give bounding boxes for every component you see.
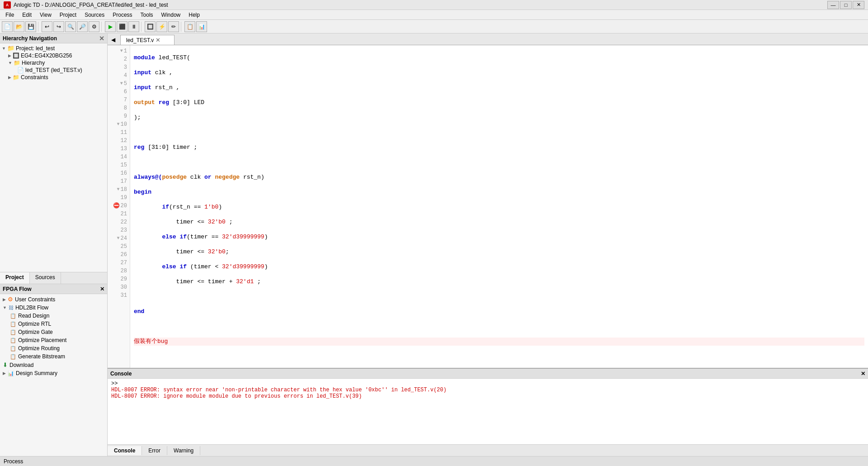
hierarchy-tri: ▼ — [8, 61, 12, 65]
code-line-16: timer <= timer + 32'd1 ; — [134, 278, 864, 286]
flow-optimize-placement[interactable]: 📋 Optimize Placement — [1, 336, 106, 344]
flow-design-summary[interactable]: ▶ 📊 Design Summary — [1, 369, 106, 377]
ln-27: 27 — [108, 259, 130, 267]
console-header: Console ✕ — [108, 369, 868, 379]
tree-hierarchy[interactable]: ▼ 📁 Hierarchy — [1, 59, 106, 67]
design-summary-tri: ▶ — [3, 371, 6, 376]
tab-scroll-left[interactable]: ◀ — [108, 35, 118, 45]
ln-28: 28 — [108, 267, 130, 275]
tb-pause[interactable]: ⏸ — [128, 21, 139, 32]
menu-sources[interactable]: Sources — [81, 11, 108, 19]
code-content[interactable]: module led_TEST( input clk , input rst_n… — [130, 45, 868, 368]
menu-tools[interactable]: Tools — [137, 11, 157, 19]
code-line-20: 假装有个bug — [134, 338, 864, 346]
console-content[interactable]: >> HDL-8007 ERROR: syntax error near 'no… — [108, 379, 868, 444]
tb-find[interactable]: 🔍 — [65, 21, 76, 32]
hierarchy-nav-close[interactable]: ✕ — [99, 35, 104, 42]
fold-5[interactable]: ▼ — [120, 80, 123, 88]
fold-1[interactable]: ▼ — [120, 47, 123, 55]
tb-find2[interactable]: 🔎 — [77, 21, 88, 32]
tab-sources[interactable]: Sources — [30, 272, 61, 284]
menu-window[interactable]: Window — [158, 11, 184, 19]
ln-17: 17 — [108, 177, 130, 185]
flow-download[interactable]: ⬇ Download — [1, 361, 106, 369]
code-line-19 — [134, 323, 864, 331]
toolbar: 📄 📂 💾 ↩ ↪ 🔍 🔎 ⚙ ▶ ⬛ ⏸ 🔲 ⚡ ✏ 📋 📊 — [0, 20, 868, 33]
ln-3: 3 — [108, 63, 130, 71]
project-folder-icon: 📁 — [7, 45, 14, 52]
menu-edit[interactable]: Edit — [19, 11, 35, 19]
tree-project[interactable]: ▼ 📁 Project: led_test — [1, 44, 106, 52]
fpga-flow-close[interactable]: ✕ — [100, 286, 104, 292]
fold-24[interactable]: ▼ — [117, 234, 120, 243]
tb-extra2[interactable]: 📊 — [196, 21, 207, 32]
editor-tab-led-test[interactable]: led_TEST.v ✕ — [120, 35, 175, 45]
ln-23: 23 — [108, 226, 130, 234]
ln-9: 9 — [108, 112, 130, 120]
menu-file[interactable]: File — [2, 11, 18, 19]
flow-user-constraints[interactable]: ▶ ⚙ User Constraints — [1, 295, 106, 304]
app-logo: A — [4, 1, 11, 9]
flow-optimize-routing[interactable]: 📋 Optimize Routing — [1, 344, 106, 352]
hierarchy-nav-header: Hierarchy Navigation ✕ — [0, 33, 107, 43]
tb-chip[interactable]: 🔲 — [145, 21, 156, 32]
chip-label: EG4::EG4X20BG256 — [21, 52, 72, 59]
download-label: Download — [9, 362, 33, 368]
line-numbers: ▼1 2 3 4 ▼5 6 7 8 9 ▼10 11 12 13 14 15 1… — [108, 45, 130, 368]
tb-new[interactable]: 📄 — [2, 21, 13, 32]
ln-22: 22 — [108, 218, 130, 226]
code-editor[interactable]: ▼1 2 3 4 ▼5 6 7 8 9 ▼10 11 12 13 14 15 1… — [108, 45, 868, 368]
console-tab-warning[interactable]: Warning — [167, 446, 200, 455]
minimize-button[interactable]: — — [827, 1, 839, 9]
console-close[interactable]: ✕ — [861, 371, 865, 377]
tb-edit[interactable]: ✏ — [168, 21, 179, 32]
tb-open[interactable]: 📂 — [14, 21, 24, 32]
menu-view[interactable]: View — [36, 11, 55, 19]
code-line-18: end — [134, 308, 864, 316]
tb-save[interactable]: 💾 — [25, 21, 36, 32]
ln-14: 14 — [108, 153, 130, 161]
status-bar: Process — [0, 456, 868, 466]
title-text: Anlogic TD - D:/ANLOGIC_FPGA_CREAT/led/l… — [14, 2, 168, 8]
ln-6: 6 — [108, 88, 130, 96]
tree-constraints[interactable]: ▶ 📁 Constraints — [1, 74, 106, 81]
code-line-17 — [134, 293, 864, 301]
tab-project[interactable]: Project — [0, 272, 30, 284]
menu-help[interactable]: Help — [185, 11, 203, 19]
tb-flash[interactable]: ⚡ — [156, 21, 167, 32]
tb-run[interactable]: ▶ — [105, 21, 116, 32]
maximize-button[interactable]: □ — [840, 1, 852, 9]
tree-led-test-file[interactable]: 📄 led_TEST (led_TEST.v) — [1, 67, 106, 74]
fpga-flow-panel: FPGA Flow ✕ ▶ ⚙ User Constraints ▼ ⛓ HDL… — [0, 284, 107, 456]
flow-read-design[interactable]: 📋 Read Design — [1, 312, 106, 320]
ln-1: ▼1 — [108, 47, 130, 55]
ln-19: 19 — [108, 194, 130, 202]
tb-extra[interactable]: 📋 — [184, 21, 195, 32]
tb-stop[interactable]: ⬛ — [117, 21, 127, 32]
hierarchy-tree: ▼ 📁 Project: led_test ▶ 🔲 EG4::EG4X20BG2… — [0, 43, 107, 272]
editor-tab-close[interactable]: ✕ — [156, 37, 160, 43]
flow-optimize-gate[interactable]: 📋 Optimize Gate — [1, 328, 106, 336]
menu-process[interactable]: Process — [109, 11, 136, 19]
console-tab-console[interactable]: Console — [108, 446, 142, 455]
tb-redo[interactable]: ↪ — [53, 21, 64, 32]
fold-18[interactable]: ▼ — [117, 185, 120, 194]
close-button[interactable]: ✕ — [853, 1, 864, 9]
flow-hdl2bit[interactable]: ▼ ⛓ HDL2Bit Flow — [1, 304, 106, 312]
tb-build[interactable]: ⚙ — [89, 21, 99, 32]
flow-generate-bitstream[interactable]: 📋 Generate Bitstream — [1, 352, 106, 361]
project-tri: ▼ — [2, 46, 6, 51]
code-line-1: module led_TEST( — [134, 54, 864, 62]
tb-undo[interactable]: ↩ — [42, 21, 52, 32]
fold-10[interactable]: ▼ — [117, 120, 120, 128]
project-label: Project: led_test — [16, 45, 55, 52]
hdl2bit-label: HDL2Bit Flow — [15, 304, 48, 311]
code-line-4: output reg [3:0] LED — [134, 99, 864, 107]
menu-project[interactable]: Project — [56, 11, 80, 19]
tree-chip[interactable]: ▶ 🔲 EG4::EG4X20BG256 — [1, 52, 106, 59]
optimize-placement-label: Optimize Placement — [18, 337, 66, 343]
console-tab-error[interactable]: Error — [142, 446, 167, 455]
flow-optimize-rtl[interactable]: 📋 Optimize RTL — [1, 320, 106, 328]
generate-bitstream-icon: 📋 — [10, 354, 16, 360]
fpga-flow-header: FPGA Flow ✕ — [0, 284, 107, 294]
